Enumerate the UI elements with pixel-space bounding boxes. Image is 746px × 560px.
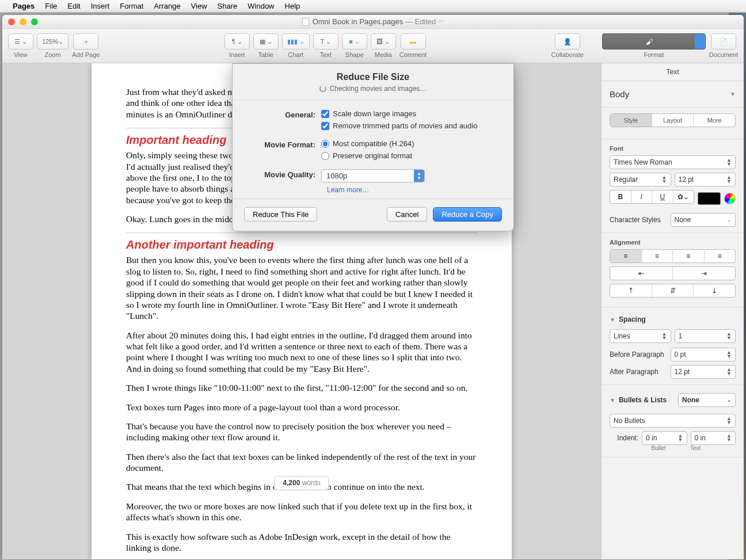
align-left-button[interactable]: ≡ — [610, 250, 642, 262]
zoom-button[interactable]: 125% ⌄ — [37, 33, 68, 49]
app-menu[interactable]: Pages — [13, 2, 35, 10]
scale-down-checkbox[interactable]: Scale down large images — [321, 109, 500, 118]
toolbar: ☰ ⌄ View 125% ⌄ Zoom ＋ Add Page ¶ ⌄Inser… — [2, 29, 744, 63]
align-justify-button[interactable]: ≡ — [705, 250, 736, 262]
spacing-value-field[interactable]: 1▲▼ — [675, 329, 736, 343]
preserve-format-radio[interactable]: Preserve original format — [321, 151, 500, 160]
indent-label: Indent: — [610, 434, 638, 442]
bold-button[interactable]: B — [610, 191, 631, 203]
general-label: General: — [246, 109, 321, 134]
character-styles-select[interactable]: None⌄ — [671, 213, 736, 227]
menu-help[interactable]: Help — [285, 2, 300, 10]
body-paragraph[interactable]: Then there's also the fact that text box… — [126, 451, 477, 474]
document-inspector-button[interactable]: 📄 — [711, 33, 736, 49]
reduce-file-size-dialog: Reduce File Size Checking movies and ima… — [232, 63, 514, 231]
valign-bottom-button[interactable]: ⤓ — [694, 284, 735, 297]
word-count-display[interactable]: 4,200 words — [274, 476, 329, 490]
remove-trimmed-checkbox[interactable]: Remove trimmed parts of movies and audio — [321, 121, 500, 130]
subtab-more[interactable]: More — [694, 114, 735, 127]
inspector-tab-text[interactable]: Text — [602, 63, 744, 81]
titlebar: Omni Book in Pages.pages — Edited ﹀ — [2, 15, 744, 29]
shape-button[interactable]: ■ ⌄ — [342, 33, 367, 49]
bullets-style-select[interactable]: No Bullets▲▼ — [610, 414, 736, 428]
cancel-button[interactable]: Cancel — [387, 207, 427, 222]
view-button[interactable]: ☰ ⌄ — [8, 33, 33, 49]
body-paragraph[interactable]: But then you know this, you've been to e… — [126, 254, 477, 321]
chevron-down-icon: ▼ — [730, 91, 736, 97]
movie-quality-select[interactable]: 1080p▲▼ — [321, 169, 425, 182]
valign-top-button[interactable]: ⤒ — [610, 284, 652, 297]
menu-share[interactable]: Share — [218, 2, 238, 10]
color-picker-button[interactable] — [724, 193, 736, 204]
text-indent-field[interactable]: 0 in▲▼ — [691, 431, 736, 445]
format-inspector-button[interactable]: 🖌 — [602, 33, 706, 49]
alignment-section-label: Alignment — [610, 239, 736, 246]
italic-button[interactable]: I — [631, 191, 653, 203]
bullet-indent-field[interactable]: 0 in▲▼ — [642, 431, 687, 445]
add-page-button[interactable]: ＋ — [73, 33, 98, 49]
movie-quality-label: Movie Quality: — [246, 169, 321, 182]
text-options-button[interactable]: ✿⌄ — [673, 191, 694, 203]
menu-file[interactable]: File — [45, 2, 57, 10]
subtab-layout[interactable]: Layout — [652, 114, 694, 127]
comment-button[interactable]: ▬ — [401, 33, 426, 49]
body-paragraph[interactable]: This is exactly how software such as Ado… — [126, 531, 477, 554]
before-paragraph-field[interactable]: 0 pt▲▼ — [671, 348, 736, 361]
movie-format-label: Movie Format: — [246, 139, 321, 163]
document-proxy-icon[interactable] — [302, 18, 309, 26]
most-compatible-radio[interactable]: Most compatible (H.264) — [321, 139, 500, 148]
indent-button[interactable]: ⇥ — [673, 267, 735, 280]
menu-format[interactable]: Format — [120, 2, 143, 10]
collaborate-button[interactable]: 👤 — [555, 33, 580, 49]
document-title[interactable]: Omni Book in Pages.pages — [313, 17, 404, 26]
after-paragraph-label: After Paragraph — [610, 368, 667, 376]
font-size-field[interactable]: 12 pt▲▼ — [675, 173, 736, 186]
heading[interactable]: Another important heading — [126, 233, 477, 252]
valign-middle-button[interactable]: ⇵ — [652, 284, 694, 297]
chart-button[interactable]: ▮▮▮ ⌄ — [282, 33, 310, 49]
inspector-subtabs[interactable]: Style Layout More — [610, 113, 736, 127]
spacing-mode-select[interactable]: Lines▲▼ — [610, 329, 671, 343]
font-family-select[interactable]: Times New Roman▲▼ — [610, 155, 736, 169]
text-color-well[interactable] — [698, 192, 721, 205]
menu-arrange[interactable]: Arrange — [154, 2, 180, 10]
spinner-icon — [319, 85, 326, 92]
spacing-section-label: Spacing — [619, 315, 646, 323]
bullets-preset-select[interactable]: None⌄ — [678, 393, 736, 407]
body-paragraph[interactable]: That's because you have the control now … — [126, 421, 477, 443]
table-button[interactable]: ▦ ⌄ — [253, 33, 279, 49]
menu-insert[interactable]: Insert — [91, 2, 110, 10]
insert-button[interactable]: ¶ ⌄ — [224, 33, 250, 49]
after-paragraph-field[interactable]: 12 pt▲▼ — [671, 365, 736, 379]
system-menubar: Pages File Edit Insert Format Arrange Vi… — [0, 0, 746, 13]
disclosure-triangle-icon[interactable]: ▼ — [610, 397, 615, 403]
learn-more-link[interactable]: Learn more… — [327, 186, 500, 194]
pages-window: Omni Book in Pages.pages — Edited ﹀ ☰ ⌄ … — [2, 15, 744, 559]
window-close-button[interactable] — [8, 18, 15, 25]
align-right-button[interactable]: ≡ — [673, 250, 705, 262]
outdent-button[interactable]: ⇤ — [610, 267, 673, 280]
body-paragraph[interactable]: Moreover, the two or more boxes are now … — [126, 501, 477, 523]
menu-edit[interactable]: Edit — [67, 2, 80, 10]
subtab-style[interactable]: Style — [610, 114, 652, 127]
window-minimize-button[interactable] — [20, 18, 26, 25]
font-style-select[interactable]: Regular▲▼ — [610, 173, 671, 186]
reduce-a-copy-button[interactable]: Reduce a Copy — [433, 207, 502, 222]
menu-window[interactable]: Window — [248, 2, 274, 10]
reduce-this-file-button[interactable]: Reduce This File — [244, 207, 317, 222]
before-paragraph-label: Before Paragraph — [610, 351, 667, 359]
underline-button[interactable]: U — [652, 191, 673, 203]
bullets-section-label: Bullets & Lists — [619, 396, 678, 404]
text-button[interactable]: T ⌄ — [313, 33, 338, 49]
menu-view[interactable]: View — [191, 2, 207, 10]
body-paragraph[interactable]: Text boxes turn Pages into more of a pag… — [126, 402, 477, 413]
dialog-title: Reduce File Size — [233, 64, 513, 85]
paragraph-style-picker[interactable]: Body ▼ — [602, 81, 744, 108]
title-menu-chevron-icon[interactable]: ﹀ — [438, 18, 444, 26]
disclosure-triangle-icon[interactable]: ▼ — [610, 317, 615, 323]
window-zoom-button[interactable] — [31, 18, 38, 25]
media-button[interactable]: 🖼 ⌄ — [371, 33, 396, 49]
body-paragraph[interactable]: Then I wrote things like "10:00-11:00" n… — [126, 382, 477, 393]
align-center-button[interactable]: ≡ — [642, 250, 673, 262]
body-paragraph[interactable]: After about 20 minutes doing this, I had… — [126, 330, 477, 375]
